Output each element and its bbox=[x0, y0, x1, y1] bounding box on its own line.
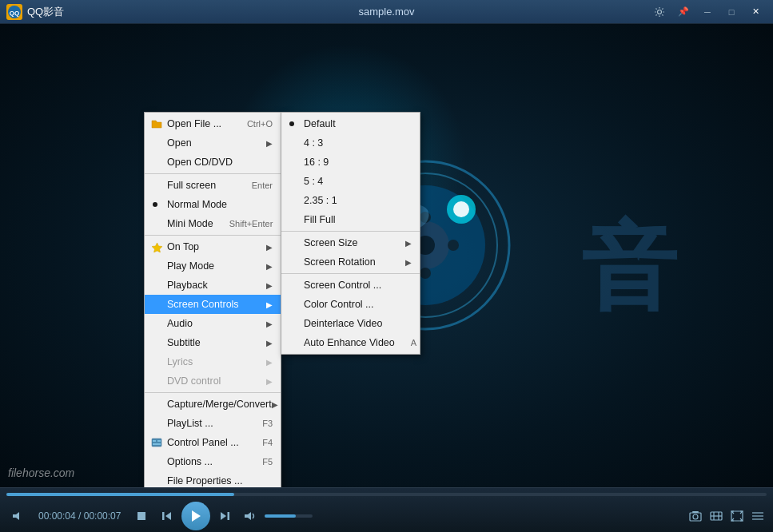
menu-item-audio[interactable]: Audio ▶ bbox=[145, 314, 281, 333]
playlist-shortcut: F3 bbox=[262, 419, 273, 428]
submenu-item-deinterlace[interactable]: Deinterlace Video bbox=[281, 314, 420, 333]
submenu-item-auto-enhance[interactable]: Auto Enhance Video A bbox=[281, 333, 420, 352]
separator-2 bbox=[145, 235, 281, 236]
submenu-item-16-9[interactable]: 16 : 9 bbox=[281, 153, 420, 172]
close-btn[interactable]: ✕ bbox=[744, 3, 767, 21]
menu-item-file-properties[interactable]: File Properties ... bbox=[145, 471, 281, 487]
menu-item-screen-controls[interactable]: Screen Controls ▶ bbox=[145, 295, 281, 314]
full-screen-shortcut: Enter bbox=[252, 181, 273, 190]
progress-area bbox=[0, 488, 773, 501]
screen-controls-arrow: ▶ bbox=[266, 300, 273, 309]
submenu-screen-controls: Default 4 : 3 16 : 9 5 : 4 2.35 : 1 Fill… bbox=[281, 112, 420, 355]
auto-enhance-label: Auto Enhance Video bbox=[304, 337, 395, 348]
submenu-item-235-1[interactable]: 2.35 : 1 bbox=[281, 191, 420, 210]
submenu-separator-1 bbox=[281, 231, 420, 232]
on-top-label: On Top bbox=[167, 241, 199, 252]
submenu-item-4-3[interactable]: 4 : 3 bbox=[281, 133, 420, 153]
title-bar: QQ QQ影音 sample.mov 📌 ─ □ ✕ bbox=[0, 0, 773, 24]
submenu-item-5-4[interactable]: 5 : 4 bbox=[281, 172, 420, 191]
screen-rotation-arrow: ▶ bbox=[405, 258, 412, 267]
svg-marker-25 bbox=[221, 512, 226, 520]
menu-item-control-panel[interactable]: Control Panel ... F4 bbox=[145, 433, 281, 452]
file-properties-label: File Properties ... bbox=[167, 475, 242, 486]
playlist-btn[interactable] bbox=[749, 507, 767, 525]
submenu-item-fill-full[interactable]: Fill Full bbox=[281, 210, 420, 229]
svg-point-14 bbox=[453, 201, 469, 217]
separator-3 bbox=[145, 392, 281, 393]
control-panel-icon bbox=[149, 438, 164, 447]
svg-point-2 bbox=[658, 10, 662, 14]
capture-merge-arrow: ▶ bbox=[272, 400, 278, 409]
screen-control-label: Screen Control ... bbox=[304, 280, 381, 291]
submenu-item-default[interactable]: Default bbox=[281, 114, 420, 133]
aspect-ratio-btn[interactable] bbox=[707, 507, 725, 525]
submenu-item-screen-control[interactable]: Screen Control ... bbox=[281, 276, 420, 295]
open-label: Open bbox=[167, 137, 192, 149]
full-screen-label: Full screen bbox=[167, 180, 216, 191]
svg-rect-21 bbox=[137, 512, 145, 520]
screen-rotation-label: Screen Rotation bbox=[304, 256, 376, 268]
screen-size-arrow: ▶ bbox=[405, 239, 412, 248]
minimize-btn[interactable]: ─ bbox=[696, 3, 719, 21]
menu-item-capture-merge[interactable]: Capture/Merge/Convert ▶ bbox=[145, 395, 281, 414]
menu-item-subtitle[interactable]: Subtitle ▶ bbox=[145, 333, 281, 352]
mini-mode-label: Mini Mode bbox=[167, 218, 213, 229]
menu-item-lyrics: Lyrics ▶ bbox=[145, 352, 281, 371]
on-top-icon bbox=[149, 242, 164, 252]
subtitle-label: Subtitle bbox=[167, 337, 201, 348]
title-bar-left: QQ QQ影音 bbox=[6, 4, 64, 20]
fullscreen-btn[interactable] bbox=[728, 507, 746, 525]
default-bullet bbox=[289, 121, 294, 126]
play-btn[interactable] bbox=[181, 502, 210, 530]
menu-item-dvd-control: DVD control ▶ bbox=[145, 371, 281, 391]
volume-fill bbox=[265, 514, 296, 518]
control-panel-shortcut: F4 bbox=[262, 438, 273, 447]
play-mode-label: Play Mode bbox=[167, 260, 214, 272]
time-display: 00:00:04 / 00:00:07 bbox=[38, 510, 121, 522]
menu-item-full-screen[interactable]: Full screen Enter bbox=[145, 176, 281, 195]
snapshot-btn[interactable] bbox=[687, 507, 704, 525]
menu-item-playlist[interactable]: PlayList ... F3 bbox=[145, 414, 281, 433]
settings-icon-btn[interactable] bbox=[648, 3, 671, 21]
volume-area bbox=[265, 514, 313, 518]
volume-slider[interactable] bbox=[265, 514, 313, 518]
prev-btn[interactable] bbox=[156, 505, 178, 527]
open-arrow: ▶ bbox=[266, 139, 273, 148]
menu-item-on-top[interactable]: On Top ▶ bbox=[145, 237, 281, 256]
menu-item-play-mode[interactable]: Play Mode ▶ bbox=[145, 256, 281, 276]
context-menu: Open File ... Ctrl+O Open ▶ Open CD/DVD … bbox=[144, 112, 281, 487]
pin-btn[interactable]: 📌 bbox=[672, 3, 695, 21]
submenu-item-color-control[interactable]: Color Control ... bbox=[281, 295, 420, 314]
next-btn[interactable] bbox=[213, 505, 236, 527]
progress-track[interactable] bbox=[6, 493, 767, 496]
volume-icon-btn[interactable] bbox=[239, 505, 261, 527]
menu-item-normal-mode[interactable]: Normal Mode bbox=[145, 195, 281, 214]
menu-item-open-cd[interactable]: Open CD/DVD bbox=[145, 153, 281, 172]
playback-label: Playback bbox=[167, 280, 208, 291]
on-top-arrow: ▶ bbox=[266, 243, 273, 252]
open-file-icon bbox=[149, 119, 164, 129]
svg-rect-16 bbox=[152, 439, 161, 447]
volume-low-btn[interactable] bbox=[6, 505, 29, 527]
auto-enhance-shortcut: A bbox=[411, 338, 416, 347]
menu-item-options[interactable]: Options ... F5 bbox=[145, 452, 281, 471]
playlist-label: PlayList ... bbox=[167, 418, 213, 429]
maximize-btn[interactable]: □ bbox=[720, 3, 743, 21]
submenu-item-screen-rotation[interactable]: Screen Rotation ▶ bbox=[281, 252, 420, 272]
normal-mode-label: Normal Mode bbox=[167, 199, 227, 210]
watermark: filehorse.com bbox=[8, 466, 74, 479]
submenu-item-screen-size[interactable]: Screen Size ▶ bbox=[281, 233, 420, 252]
audio-arrow: ▶ bbox=[266, 320, 273, 328]
menu-item-playback[interactable]: Playback ▶ bbox=[145, 276, 281, 295]
open-file-shortcut: Ctrl+O bbox=[247, 119, 273, 129]
menu-item-open[interactable]: Open ▶ bbox=[145, 133, 281, 153]
menu-item-open-file[interactable]: Open File ... Ctrl+O bbox=[145, 114, 281, 133]
svg-rect-30 bbox=[692, 511, 699, 513]
ratio-4-3-label: 4 : 3 bbox=[304, 137, 323, 149]
app-name: QQ影音 bbox=[27, 5, 64, 19]
lyrics-arrow: ▶ bbox=[266, 358, 273, 367]
svg-marker-15 bbox=[152, 243, 162, 252]
window-controls: 📌 ─ □ ✕ bbox=[648, 3, 767, 21]
menu-item-mini-mode[interactable]: Mini Mode Shift+Enter bbox=[145, 214, 281, 233]
stop-btn[interactable] bbox=[130, 505, 153, 527]
